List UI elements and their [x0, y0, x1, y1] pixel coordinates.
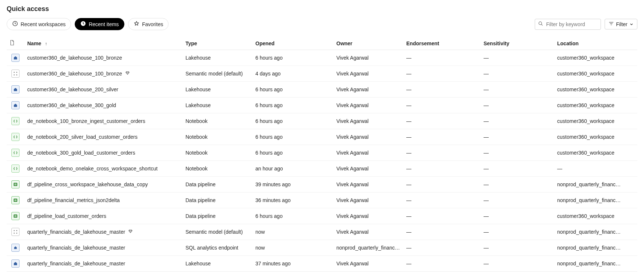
item-owner: Vivek Agarwal [333, 192, 403, 208]
table-row[interactable]: df_pipeline_load_customer_ordersData pip… [7, 208, 637, 224]
item-endorsement: — [403, 98, 481, 113]
column-header-owner[interactable]: Owner [333, 37, 403, 50]
item-sensitivity: — [481, 145, 554, 161]
column-header-endorsement[interactable]: Endorsement [403, 37, 481, 50]
item-sensitivity: — [481, 208, 554, 224]
item-opened: 6 hours ago [252, 50, 333, 66]
svg-point-12 [14, 233, 14, 233]
item-owner: nonprod_quarterly_financ… [333, 240, 403, 256]
item-sensitivity: — [481, 177, 554, 192]
item-type: Lakehouse [183, 50, 252, 66]
item-owner: Vivek Agarwal [333, 66, 403, 82]
clock-fill-icon [80, 21, 86, 28]
table-header-row: Name ↑ Type Opened Owner Endorsement Sen… [7, 37, 637, 50]
item-location: customer360_workspace [554, 145, 637, 161]
item-endorsement: — [403, 208, 481, 224]
table-row[interactable]: customer360_de_lakehouse_100_bronzeSeman… [7, 66, 637, 82]
item-type: Notebook [183, 145, 252, 161]
filter-label: Filter [616, 21, 627, 27]
table-row[interactable]: df_pipeline_financial_metrics_json2delta… [7, 192, 637, 208]
table-row[interactable]: quarterly_financials_de_lakehouse_master… [7, 256, 637, 272]
filter-icon [609, 21, 614, 27]
column-header-type[interactable]: Type [183, 37, 252, 50]
tab-recent-workspaces[interactable]: Recent workspaces [7, 18, 71, 30]
item-sensitivity: — [481, 161, 554, 177]
table-row[interactable]: customer360_de_lakehouse_300_goldLakehou… [7, 98, 637, 113]
column-header-sensitivity[interactable]: Sensitivity [481, 37, 554, 50]
table-row[interactable]: quarterly_financials_de_lakehouse_master… [7, 240, 637, 256]
item-sensitivity: — [481, 82, 554, 98]
sort-ascending-icon: ↑ [45, 41, 47, 46]
filter-by-keyword[interactable] [535, 19, 601, 30]
lakehouse-icon [11, 85, 20, 93]
item-location: customer360_workspace [554, 66, 637, 82]
svg-point-3 [14, 72, 14, 73]
item-opened: 6 hours ago [252, 98, 333, 113]
item-name: de_notebook_demo_onelake_cross_workspace… [27, 166, 158, 172]
lakehouse-icon [11, 101, 20, 109]
item-location: customer360_workspace [554, 98, 637, 113]
item-endorsement: — [403, 161, 481, 177]
item-opened: 36 minutes ago [252, 192, 333, 208]
toolbar: Recent workspaces Recent items Favorites [7, 18, 637, 30]
item-endorsement: — [403, 129, 481, 145]
table-row[interactable]: quarterly_financials_de_lakehouse_master… [7, 224, 637, 240]
pipeline-icon [11, 180, 20, 188]
filter-button[interactable]: Filter [605, 19, 637, 29]
item-sensitivity: — [481, 129, 554, 145]
item-sensitivity: — [481, 50, 554, 66]
item-name: quarterly_financials_de_lakehouse_master [27, 245, 125, 251]
table-row[interactable]: df_pipeline_cross_workspace_lakehouse_da… [7, 177, 637, 192]
item-owner: Vivek Agarwal [333, 82, 403, 98]
item-opened: 6 hours ago [252, 208, 333, 224]
item-location: customer360_workspace [554, 113, 637, 129]
item-owner: Vivek Agarwal [333, 256, 403, 272]
item-endorsement: — [403, 224, 481, 240]
svg-point-5 [14, 74, 14, 75]
table-row[interactable]: customer360_de_lakehouse_200_silverLakeh… [7, 82, 637, 98]
item-location: customer360_workspace [554, 129, 637, 145]
item-sensitivity: — [481, 98, 554, 113]
clock-icon [12, 21, 18, 28]
item-endorsement: — [403, 82, 481, 98]
item-name: quarterly_financials_de_lakehouse_master [27, 229, 125, 235]
item-opened: 4 days ago [252, 66, 333, 82]
table-row[interactable]: de_notebook_200_silver_load_customer_ord… [7, 129, 637, 145]
item-name: customer360_de_lakehouse_100_bronze [27, 71, 122, 77]
table-row[interactable]: de_notebook_100_bronze_ingest_customer_o… [7, 113, 637, 129]
table-row[interactable]: customer360_de_lakehouse_100_bronzeLakeh… [7, 50, 637, 66]
item-type: Semantic model (default) [183, 66, 252, 82]
item-sensitivity: — [481, 240, 554, 256]
item-opened: 37 minutes ago [252, 256, 333, 272]
item-location: customer360_workspace [554, 82, 637, 98]
chevron-down-icon [630, 21, 633, 27]
table-row[interactable]: de_notebook_demo_onelake_cross_workspace… [7, 161, 637, 177]
item-name: df_pipeline_load_customer_orders [27, 213, 106, 219]
tab-favorites[interactable]: Favorites [128, 18, 169, 30]
tab-recent-items[interactable]: Recent items [75, 18, 124, 30]
svg-point-11 [16, 230, 17, 231]
item-owner: Vivek Agarwal [333, 50, 403, 66]
pipeline-icon [11, 196, 20, 204]
column-header-location[interactable]: Location [554, 37, 637, 50]
svg-point-13 [16, 233, 17, 233]
item-name: customer360_de_lakehouse_300_gold [27, 102, 116, 108]
item-endorsement: — [403, 145, 481, 161]
column-header-icon[interactable] [7, 37, 24, 50]
item-type: Notebook [183, 113, 252, 129]
table-row[interactable]: de_notebook_300_gold_load_customer_order… [7, 145, 637, 161]
diamond-icon [128, 229, 133, 235]
item-name: df_pipeline_cross_workspace_lakehouse_da… [27, 181, 148, 187]
search-icon [538, 21, 543, 27]
column-header-name[interactable]: Name ↑ [24, 37, 183, 50]
item-type: Notebook [183, 129, 252, 145]
item-location: customer360_workspace [554, 50, 637, 66]
search-input[interactable] [545, 21, 598, 28]
item-sensitivity: — [481, 256, 554, 272]
item-endorsement: — [403, 50, 481, 66]
column-header-opened[interactable]: Opened [252, 37, 333, 50]
svg-rect-7 [14, 183, 17, 186]
item-endorsement: — [403, 66, 481, 82]
item-owner: Vivek Agarwal [333, 129, 403, 145]
item-name: de_notebook_300_gold_load_customer_order… [27, 150, 135, 156]
